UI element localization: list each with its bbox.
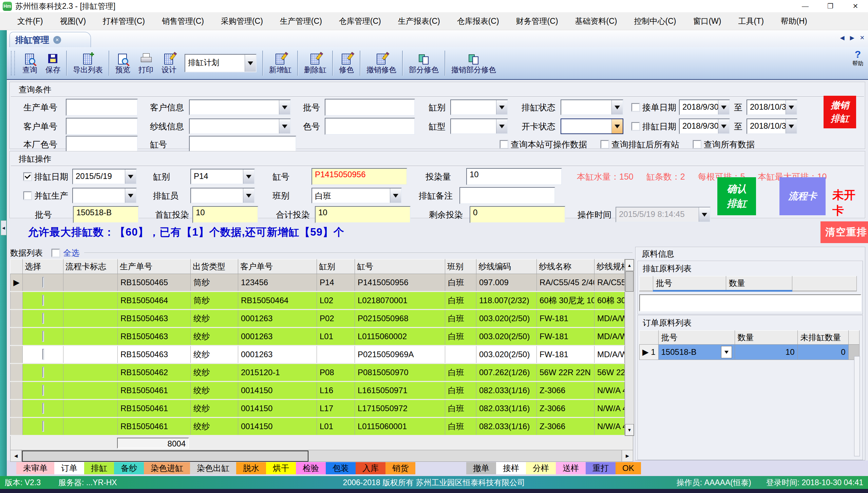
dropdown-button[interactable] [718, 100, 729, 114]
scroll-up-icon[interactable]: ▲ [625, 259, 634, 271]
delete-vat-button[interactable]: 删除缸 [300, 49, 331, 78]
select-all-checkbox[interactable] [52, 249, 60, 257]
menu-base-data[interactable]: 基础资料(C) [567, 13, 626, 29]
col-vat-class[interactable]: 缸别 [317, 259, 355, 274]
menu-help[interactable]: 帮助(H) [772, 13, 816, 29]
scrollbar-thumb[interactable] [625, 271, 634, 292]
order-unarranged-col[interactable]: 未排缸数量 [797, 331, 848, 345]
row-selector[interactable] [11, 382, 23, 400]
after-arrange-all-checkbox[interactable] [601, 140, 609, 148]
batch-no-input[interactable] [325, 99, 415, 116]
tab-scroll-right-icon[interactable]: ▶ [850, 34, 854, 41]
menu-control-center[interactable]: 控制中心(C) [625, 13, 684, 29]
col-yarn-name[interactable]: 纱线名称 [537, 259, 595, 274]
card-status-combo[interactable] [561, 118, 623, 134]
scroll-down-icon[interactable]: ▼ [625, 424, 634, 436]
menu-window[interactable]: 窗口(W) [684, 13, 730, 29]
dropdown-button[interactable] [611, 119, 623, 133]
row-selector[interactable] [11, 418, 23, 436]
add-vat-button[interactable]: 新增缸 [265, 49, 296, 78]
close-button[interactable]: ✕ [843, 0, 868, 12]
table-row[interactable]: RB15050463 绞纱 0001263 P02 P0215050968 白班… [11, 310, 625, 328]
receive-date-checkbox[interactable] [631, 103, 640, 111]
help-button[interactable]: ? 帮助 [852, 49, 863, 67]
row-selector[interactable] [11, 364, 23, 382]
dye-qty-input[interactable]: 10 [466, 168, 562, 185]
tab-arrange-vat[interactable]: 排缸管理 ✕ [10, 32, 91, 47]
arrange-qty-col[interactable]: 数量 [726, 276, 792, 291]
row-checkbox[interactable] [42, 421, 44, 432]
row-checkbox[interactable] [42, 277, 44, 288]
fix-color-button[interactable]: 修色 [335, 49, 358, 78]
menu-file[interactable]: 文件(F) [9, 13, 51, 29]
col-yarn-code[interactable]: 纱线编码 [476, 259, 537, 274]
menu-warehouse[interactable]: 仓库管理(C) [331, 13, 390, 29]
customer-no-input[interactable] [66, 118, 138, 135]
row-selector[interactable] [11, 292, 23, 310]
design-button[interactable]: 设计 [157, 49, 181, 78]
query-button[interactable]: 查询 [18, 49, 41, 78]
dropdown-button[interactable] [496, 100, 507, 114]
order-qty-col[interactable]: 数量 [735, 331, 797, 345]
table-row[interactable]: RB15050463 绞纱 0001263 P0215050969A 003.0… [11, 346, 625, 364]
splitter-collapse-handle[interactable]: ◀ [1, 220, 6, 235]
op-vat-class-combo[interactable]: P14 [190, 169, 255, 184]
table-row[interactable]: RB15050461 绞纱 0014150 L17 L1715050972 白班… [11, 400, 625, 418]
vat-no-input[interactable] [189, 136, 296, 153]
row-checkbox[interactable] [42, 367, 44, 378]
dropdown-button[interactable] [243, 169, 254, 184]
table-row[interactable]: RB15050461 绞纱 0014150 L16 L1615050971 白班… [11, 382, 625, 400]
dropdown-button[interactable] [245, 55, 256, 72]
row-checkbox[interactable] [42, 331, 44, 342]
customer-info-combo[interactable] [189, 99, 291, 115]
export-list-button[interactable]: 导出列表 [69, 49, 107, 78]
row-checkbox[interactable] [42, 349, 44, 360]
scroll-right-icon[interactable]: ▶ [622, 450, 633, 461]
arrange-status-combo[interactable] [561, 99, 623, 115]
menu-production[interactable]: 生产管理(C) [271, 13, 331, 29]
op-arrange-date-combo[interactable]: 2015/5/19 [72, 169, 137, 184]
dropdown-button[interactable] [125, 188, 136, 203]
table-row[interactable]: RB15050463 绞纱 0001263 L01 L0115060002 白班… [11, 328, 625, 346]
report-plan-combo[interactable]: 排缸计划 [185, 54, 257, 72]
row-selector[interactable] [11, 328, 23, 346]
menu-production-report[interactable]: 生产报表(C) [390, 13, 449, 29]
color-no-input[interactable] [325, 118, 415, 135]
row-checkbox[interactable] [42, 385, 44, 396]
partial-fix-color-button[interactable]: 部分修色 [405, 49, 443, 78]
maximize-button[interactable]: ❐ [818, 0, 843, 12]
op-vat-no-field[interactable]: P1415050956 [312, 168, 407, 185]
panel-vertical-scrollbar[interactable] [854, 356, 860, 456]
vat-type-combo[interactable] [450, 118, 508, 134]
row-checkbox[interactable] [42, 403, 44, 414]
row-selector[interactable] [11, 346, 23, 364]
horizontal-scrollbar[interactable]: ◀ ▶ [10, 450, 633, 462]
print-button[interactable]: 打印 [134, 49, 157, 78]
row-selector[interactable]: ▶ [11, 274, 23, 292]
menu-purchase[interactable]: 采购管理(C) [212, 13, 271, 29]
table-row[interactable]: RB15050464 筒纱 RB15050464 L02 L0218070001… [11, 292, 625, 310]
order-batch-col[interactable]: 批号 [658, 331, 735, 345]
menu-sales[interactable]: 销售管理(C) [153, 13, 212, 29]
col-yarn-spec[interactable]: 纱线规格 [595, 259, 625, 274]
dropdown-button[interactable] [786, 100, 797, 114]
arranger-combo[interactable] [190, 188, 255, 203]
menu-tools[interactable]: 工具(T) [730, 13, 772, 29]
save-button[interactable]: 保存 [41, 49, 64, 78]
menu-finance[interactable]: 财务管理(C) [508, 13, 567, 29]
factory-color-no-input[interactable] [66, 136, 138, 153]
arrange-batch-col[interactable]: 批号 [653, 276, 726, 291]
tab-scroll-left-icon[interactable]: ◀ [840, 34, 845, 41]
menu-warehouse-report[interactable]: 仓库报表(C) [449, 13, 508, 29]
col-customer-no[interactable]: 客户单号 [238, 259, 317, 274]
dropdown-button[interactable] [496, 119, 507, 133]
dropdown-button[interactable] [125, 169, 136, 184]
order-material-row[interactable]: ▶ 1 150518-B 10 0 [640, 345, 860, 360]
col-shift[interactable]: 班别 [445, 259, 476, 274]
yarn-info-combo[interactable] [189, 118, 291, 134]
row-selector[interactable] [11, 310, 23, 328]
row-checkbox[interactable] [42, 313, 44, 324]
dropdown-button[interactable] [611, 100, 623, 114]
col-ship-type[interactable]: 出货类型 [191, 259, 238, 274]
production-no-input[interactable] [66, 99, 138, 116]
